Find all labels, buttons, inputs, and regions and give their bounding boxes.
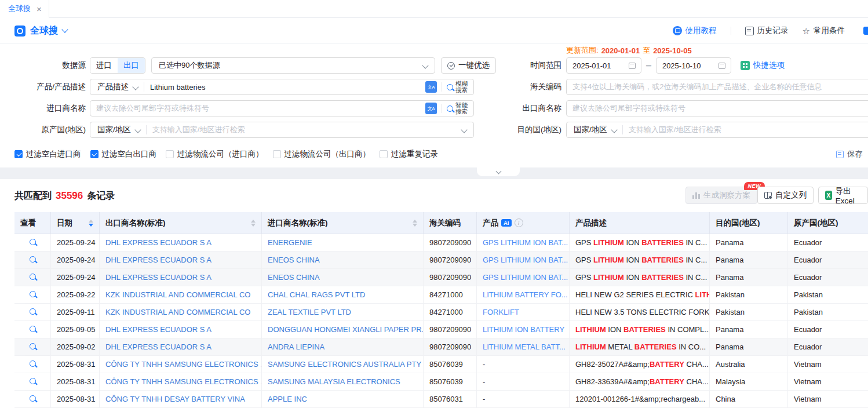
one-click-optimize-button[interactable]: 一键优选 [441, 57, 496, 74]
hs-code-input[interactable]: 支持4位以上海关编码，或2位海关编码加上产品描述、企业名称的任意信息 [566, 79, 868, 95]
tab-close-icon[interactable]: × [37, 5, 42, 13]
checkbox-checked-icon[interactable] [14, 150, 23, 158]
fuzzy-search-button[interactable]: 模糊搜索 [442, 81, 473, 93]
product-input[interactable]: Lithium batteries [144, 83, 425, 92]
view-detail-icon[interactable] [30, 326, 36, 332]
view-detail-icon[interactable] [30, 343, 36, 349]
sort-icons[interactable] [89, 220, 93, 227]
customize-columns-button[interactable]: 自定义列 [757, 187, 814, 204]
exporter-link[interactable]: DHL EXPRESS ECUADOR S A [105, 343, 211, 351]
filter-checkbox[interactable]: 过滤物流公司（进口商） [166, 149, 264, 159]
generate-insight-button[interactable]: 生成洞察方案 NEW [685, 187, 757, 204]
column-header-exporter[interactable]: 出口商名称(标准) [100, 212, 262, 234]
product-link[interactable]: LITHIUM METAL BATT... [483, 343, 566, 351]
importer-link[interactable]: ZEAL TEXTILE PVT LTD [268, 308, 351, 316]
view-detail-icon[interactable] [30, 239, 36, 245]
exporter-link[interactable]: DHL EXPRESS ECUADOR S A [105, 256, 211, 264]
importer-link[interactable]: SAMSUNG MALAYSIA ELECTRONICS [268, 377, 400, 386]
exporter-link[interactable]: DHL EXPRESS ECUADOR S A [105, 238, 211, 247]
import-toggle[interactable]: 进口 [90, 58, 118, 73]
row-date-cell: 2025-09-24 [51, 252, 100, 269]
data-source-select[interactable]: 已选中90个数据源 [151, 57, 435, 74]
row-date-cell: 2025-09-11 [51, 304, 100, 321]
filter-checkbox[interactable]: 过滤重复记录 [380, 149, 438, 159]
exporter-link[interactable]: CÔNG TY TNHH DESAY BATTERY VINA [105, 395, 245, 403]
row-destination-cell: Panama [710, 321, 788, 338]
origin-country-select[interactable]: 国家/地区 支持输入国家/地区进行检索 [90, 122, 474, 138]
origin-mode-select[interactable]: 国家/地区 [90, 125, 146, 135]
quick-options-link[interactable]: 快捷选项 [741, 60, 785, 71]
sort-icons[interactable] [413, 220, 417, 227]
importer-link[interactable]: DONGGUAN HONGMEI XIANGLI PAPER PR... [268, 325, 424, 334]
sort-icons[interactable] [251, 220, 256, 227]
product-link[interactable]: GPS LITHIUM ION BAT... [483, 256, 568, 264]
importer-link[interactable]: SAMSUNG ELECTRONICS AUSTRALIA PTY [268, 360, 421, 369]
importer-link[interactable]: ENERGENIE [268, 238, 312, 247]
view-detail-icon[interactable] [30, 274, 36, 280]
tab-global-search[interactable]: 全球搜 × [0, 0, 49, 18]
view-detail-icon[interactable] [30, 360, 36, 367]
view-detail-icon[interactable] [30, 395, 36, 402]
checkbox-unchecked-icon[interactable] [380, 150, 388, 158]
favorites-link[interactable]: ☆ 常用条件 [803, 26, 845, 36]
product-link[interactable]: GPS LITHIUM ION BAT... [483, 273, 568, 282]
product-link[interactable]: LITHIUM BATTERY FO... [483, 290, 568, 299]
product-label: 产品/产品描述 [14, 82, 86, 92]
description-text: IN C... [684, 238, 707, 247]
checkbox-unchecked-icon[interactable] [273, 150, 281, 158]
exporter-link[interactable]: DHL EXPRESS ECUADOR S A [105, 273, 211, 282]
export-toggle[interactable]: 出口 [118, 58, 145, 73]
title-chevron-down-icon[interactable] [61, 26, 68, 32]
tutorial-link[interactable]: 使用教程 [673, 26, 717, 36]
translate-icon[interactable]: 文A [425, 81, 437, 93]
smart-search-button[interactable]: 智能搜索 [442, 102, 473, 115]
filter-checkbox[interactable]: 过滤空白出口商 [90, 149, 157, 159]
importer-link[interactable]: ENEOS CHINA [268, 273, 320, 282]
column-header-date[interactable]: 日期 [51, 212, 100, 234]
exporter-link[interactable]: KZK INDUSTRIAL AND COMMERCIAL CO [105, 308, 250, 316]
product-link[interactable]: LITHIUM ION BATTERY [483, 325, 564, 334]
row-product-cell: - [477, 391, 570, 408]
view-detail-icon[interactable] [30, 308, 36, 315]
importer-link[interactable]: CHAL CHAL RAGS PVT LTD [268, 290, 365, 299]
checkbox-unchecked-icon[interactable] [166, 150, 174, 158]
keyword-highlight: BATTERIES [641, 238, 684, 247]
product-link[interactable]: GPS LITHIUM ION BAT... [483, 238, 568, 247]
row-hs-code-cell: 84271000 [424, 304, 477, 321]
destination-mode-select[interactable]: 国家/地区 [567, 125, 622, 135]
clipped-edge-icon[interactable] [863, 27, 868, 35]
destination-country-select[interactable]: 国家/地区 支持输入国家/地区进行检索 [566, 122, 868, 138]
save-conditions-button[interactable]: 保存 [836, 149, 863, 159]
count-suffix: 条记录 [87, 190, 115, 202]
filter-checkbox[interactable]: 过滤空白进口商 [14, 149, 81, 159]
collapse-panel-handle[interactable] [477, 167, 520, 176]
importer-name-input[interactable]: 建议去除公司尾部字符或特殊符号 文A 智能搜索 [90, 100, 474, 116]
importer-link[interactable]: APPLE INC [268, 395, 307, 403]
importer-link[interactable]: ANDRA LIEPINA [268, 343, 324, 351]
export-excel-button[interactable]: X 导出Excel [818, 187, 868, 204]
importer-link[interactable]: ENEOS CHINA [268, 256, 320, 264]
row-hs-code-cell: 9807209090 [424, 234, 477, 252]
info-icon[interactable]: i [515, 218, 523, 227]
exporter-link[interactable]: CÔNG TY TNHH SAMSUNG ELECTRONICS ... [105, 377, 262, 386]
row-importer-cell: ENERGENIE [262, 234, 424, 252]
exporter-link[interactable]: CÔNG TY TNHH SAMSUNG ELECTRONICS ... [105, 360, 262, 369]
row-description-cell: GH82-33639A#&amp;BATTERY CHA... [570, 373, 710, 391]
end-date-input[interactable]: 2025-10-10 [656, 57, 731, 74]
exporter-name-input[interactable]: 建议去除公司尾部字符或特殊符号 [566, 100, 868, 116]
checkbox-checked-icon[interactable] [90, 150, 99, 158]
start-date-input[interactable]: 2025-01-01 [566, 57, 641, 74]
translate-icon[interactable]: 文A [425, 103, 437, 114]
history-link[interactable]: 历史记录 [745, 26, 789, 36]
exporter-link[interactable]: DHL EXPRESS ECUADOR S A [105, 325, 211, 334]
view-detail-icon[interactable] [30, 378, 36, 384]
exporter-link[interactable]: KZK INDUSTRIAL AND COMMERCIAL CO [105, 290, 250, 299]
filter-checkbox[interactable]: 过滤物流公司（出口商） [273, 149, 371, 159]
column-header-importer[interactable]: 进口商名称(标准) [262, 212, 424, 234]
row-destination-cell: Panama [710, 234, 788, 252]
product-link[interactable]: FORKLIFT [483, 308, 519, 316]
view-detail-icon[interactable] [30, 291, 36, 297]
description-text: METAL [606, 343, 634, 351]
view-detail-icon[interactable] [30, 256, 36, 263]
product-mode-select[interactable]: 产品描述 [90, 82, 144, 92]
